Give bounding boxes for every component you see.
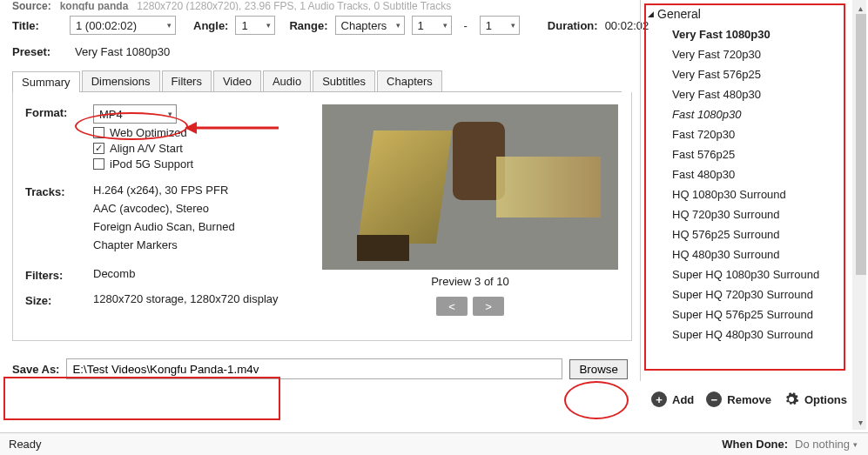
- tab-dimensions[interactable]: Dimensions: [82, 70, 160, 91]
- tab-bar: Summary Dimensions Filters Video Audio S…: [12, 70, 622, 92]
- track-line: H.264 (x264), 30 FPS PFR: [93, 184, 235, 197]
- web-optimized-label: Web Optimized: [110, 126, 187, 139]
- angle-combo[interactable]: 1▾: [235, 16, 275, 35]
- gear-icon: [784, 391, 799, 407]
- format-combo[interactable]: MP4 ▾: [93, 104, 177, 124]
- title-combo[interactable]: 1 (00:02:02)▾: [70, 16, 176, 35]
- triangle-down-icon: ◢: [648, 10, 654, 18]
- source-label: Source:: [12, 0, 51, 10]
- preset-item[interactable]: Very Fast 1080p30: [648, 24, 849, 44]
- tab-audio[interactable]: Audio: [263, 70, 311, 91]
- when-done-value: Do nothing: [795, 438, 850, 451]
- chevron-down-icon: ▾: [853, 440, 858, 449]
- ipod-checkbox[interactable]: [93, 158, 104, 170]
- range-to-combo[interactable]: 1▾: [480, 16, 520, 35]
- tab-video[interactable]: Video: [213, 70, 261, 91]
- preview-nav: < >: [436, 297, 504, 316]
- format-value: MP4: [99, 108, 123, 121]
- title-value: 1 (00:02:02): [76, 19, 137, 32]
- filters-label-s: Filters:: [25, 267, 93, 282]
- preview-next-button[interactable]: >: [473, 297, 504, 316]
- tab-subtitles[interactable]: Subtitles: [313, 70, 375, 91]
- saveas-input[interactable]: [66, 358, 562, 379]
- add-label: Add: [672, 393, 694, 406]
- preset-item[interactable]: Fast 480p30: [648, 164, 849, 184]
- preset-label: Preset:: [12, 45, 63, 58]
- preset-group-general[interactable]: ◢ General: [648, 7, 849, 21]
- preset-sidebar: ◢ General Very Fast 1080p30Very Fast 720…: [640, 0, 849, 381]
- preset-group-label: General: [657, 7, 701, 21]
- duration-label: Duration:: [548, 19, 598, 32]
- preset-list: Very Fast 1080p30Very Fast 720p30Very Fa…: [648, 24, 849, 345]
- preset-value: Very Fast 1080p30: [75, 45, 170, 58]
- chevron-down-icon: ▾: [511, 21, 515, 30]
- preset-item[interactable]: Very Fast 576p25: [648, 64, 849, 84]
- align-av-label: Align A/V Start: [110, 142, 183, 155]
- preset-item[interactable]: Very Fast 720p30: [648, 44, 849, 64]
- filters-row: Filters: Decomb: [25, 267, 321, 282]
- range-mode-value: Chapters: [341, 19, 387, 32]
- annotation-circle-browse: [564, 381, 629, 419]
- plus-icon: +: [651, 391, 667, 407]
- preview-caption: Preview 3 of 10: [431, 275, 509, 288]
- preset-item[interactable]: HQ 480p30 Surround: [648, 244, 849, 264]
- title-label: Title:: [12, 19, 63, 32]
- size-value: 1280x720 storage, 1280x720 display: [93, 292, 279, 305]
- tracks-row: Tracks: H.264 (x264), 30 FPS PFR AAC (av…: [25, 184, 321, 257]
- remove-label: Remove: [727, 393, 771, 406]
- summary-right: Preview 3 of 10 < >: [321, 104, 619, 316]
- chevron-down-icon: ▾: [443, 21, 447, 30]
- preset-item[interactable]: Very Fast 480p30: [648, 84, 849, 104]
- summary-left: Format: MP4 ▾ Web Optimized Align A/V St…: [25, 104, 321, 316]
- minus-icon: −: [706, 391, 722, 407]
- range-from-value: 1: [418, 19, 424, 32]
- when-done-combo[interactable]: Do nothing ▾: [793, 438, 859, 451]
- tab-chapters[interactable]: Chapters: [377, 70, 442, 91]
- status-ready: Ready: [9, 438, 42, 451]
- source-name: kongfu panda: [60, 0, 129, 10]
- preset-item[interactable]: HQ 576p25 Surround: [648, 224, 849, 244]
- preset-item[interactable]: HQ 720p30 Surround: [648, 204, 849, 224]
- preset-item[interactable]: Fast 1080p30: [648, 104, 849, 124]
- range-mode-combo[interactable]: Chapters▾: [335, 16, 405, 35]
- align-av-checkbox[interactable]: [93, 143, 104, 154]
- preset-item[interactable]: Super HQ 480p30 Surround: [648, 325, 849, 345]
- scroll-up-icon[interactable]: ▴: [854, 2, 866, 14]
- chevron-down-icon: ▾: [168, 110, 172, 118]
- preset-item[interactable]: Fast 720p30: [648, 124, 849, 144]
- scroll-thumb[interactable]: [856, 14, 866, 275]
- range-from-combo[interactable]: 1▾: [412, 16, 452, 35]
- range-dash: -: [464, 19, 468, 32]
- web-optimized-checkbox[interactable]: [93, 127, 104, 138]
- options-label: Options: [804, 393, 847, 406]
- source-details: 1280x720 (1280x720), 23.96 FPS, 1 Audio …: [137, 0, 451, 10]
- angle-value: 1: [241, 19, 247, 32]
- preset-item[interactable]: Super HQ 720p30 Surround: [648, 284, 849, 304]
- track-line: Chapter Markers: [93, 238, 235, 251]
- browse-button[interactable]: Browse: [569, 359, 627, 379]
- scroll-down-icon[interactable]: ▾: [854, 416, 866, 428]
- add-preset-button[interactable]: + Add: [651, 391, 694, 407]
- track-line: AAC (avcodec), Stereo: [93, 202, 235, 215]
- remove-preset-button[interactable]: − Remove: [706, 391, 771, 407]
- track-line: Foreign Audio Scan, Burned: [93, 220, 235, 233]
- angle-label: Angle:: [193, 19, 228, 32]
- size-row: Size: 1280x720 storage, 1280x720 display: [25, 292, 321, 307]
- format-label: Format:: [25, 104, 93, 119]
- when-done: When Done: Do nothing ▾: [722, 438, 859, 451]
- saveas-label: Save As:: [12, 363, 59, 376]
- preset-item[interactable]: HQ 1080p30 Surround: [648, 184, 849, 204]
- preview-prev-button[interactable]: <: [436, 297, 468, 316]
- preset-item[interactable]: Super HQ 576p25 Surround: [648, 304, 849, 325]
- options-button[interactable]: Options: [784, 391, 847, 407]
- tab-filters[interactable]: Filters: [162, 70, 212, 91]
- sidebar-actions: + Add − Remove Options: [651, 391, 847, 407]
- preset-item[interactable]: Super HQ 1080p30 Surround: [648, 264, 849, 284]
- preset-item[interactable]: Fast 576p25: [648, 144, 849, 164]
- range-label: Range:: [289, 19, 327, 32]
- size-label: Size:: [25, 292, 93, 307]
- filters-value: Decomb: [93, 267, 135, 280]
- summary-panel: Format: MP4 ▾ Web Optimized Align A/V St…: [12, 92, 632, 341]
- tab-summary[interactable]: Summary: [12, 71, 80, 92]
- range-to-value: 1: [486, 19, 492, 32]
